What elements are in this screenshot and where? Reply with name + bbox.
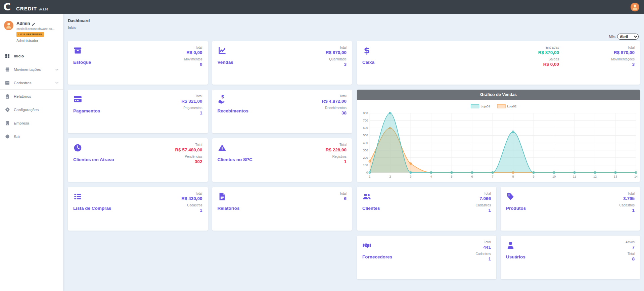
stat-value: 7 — [626, 244, 635, 250]
chevron-down-icon — [55, 67, 59, 72]
card-usuarios[interactable]: Usuários Ativos 7 Total 8 — [501, 236, 640, 279]
stat-label: Total — [619, 191, 635, 196]
stat-label: Movimentos — [184, 57, 202, 61]
sidebar-item-label: Movimentações — [14, 67, 41, 71]
stat-label: Total — [175, 143, 202, 147]
users-icon — [362, 192, 371, 201]
stat-label: Saídas — [538, 57, 559, 61]
svg-text:7: 7 — [492, 175, 493, 178]
app-name: CREDIT — [16, 6, 37, 11]
archive-icon — [5, 80, 10, 86]
card-pagamentos[interactable]: Pagamentos Total R$ 321,00 Pagamentos 1 — [68, 90, 208, 133]
stat-value: 1 — [475, 256, 491, 262]
svg-text:800: 800 — [363, 111, 368, 115]
clipboard-icon — [5, 94, 10, 99]
svg-text:9: 9 — [533, 175, 534, 178]
chart-line-icon — [218, 46, 227, 55]
stat-label: Total — [475, 240, 491, 244]
stat-value: 8 — [626, 256, 635, 262]
card-produtos[interactable]: Produtos Total 3.795 Cadastros 1 — [501, 187, 640, 231]
card-relatorios[interactable]: Relatórios Total 6 — [212, 187, 352, 231]
card-estoque[interactable]: Estoque Total R$ 0,00 Movimentos 0 — [68, 41, 208, 85]
svg-text:1: 1 — [369, 175, 370, 178]
right-card-grid: $ Caixa Entradas R$ 870,00 Saídas R$ 0,0… — [357, 41, 640, 279]
sidebar-item-label: Início — [14, 54, 24, 58]
card-vendas[interactable]: Vendas Total R$ 870,00 Quantidade 3 — [212, 41, 352, 85]
clock-icon — [73, 143, 82, 152]
stat-label: Total — [322, 94, 347, 98]
sidebar-item-label: Configurações — [14, 108, 39, 112]
stat-label: Cadastros — [475, 252, 491, 256]
svg-text:11: 11 — [573, 175, 576, 178]
sidebar-item-label: Sair — [14, 135, 20, 139]
card-title: Relatórios — [218, 206, 240, 211]
sidebar-item-empresa[interactable]: Empresa — [0, 116, 63, 130]
avatar — [4, 21, 13, 30]
card-title: Clientes em Atraso — [73, 157, 114, 162]
edit-profile-icon[interactable] — [32, 21, 35, 25]
stat-label: Total — [626, 252, 635, 256]
card-caixa[interactable]: $ Caixa Entradas R$ 870,00 Saídas R$ 0,0… — [357, 41, 640, 85]
user-name: Admin — [16, 21, 30, 26]
card-title: Lista de Compras — [73, 206, 111, 211]
card-title: Usuários — [506, 254, 525, 259]
svg-text:6: 6 — [471, 175, 473, 178]
stat-value: R$ 870,00 — [538, 50, 559, 56]
stat-label: Pagamentos — [181, 106, 202, 110]
stat-label: Total — [339, 191, 347, 196]
database-icon — [5, 67, 10, 72]
stat-label: Total — [184, 45, 202, 50]
stat-label: Total — [475, 191, 491, 196]
user-email: credit@anronsoftware.co... — [16, 27, 55, 31]
svg-text:10: 10 — [552, 175, 556, 178]
stat-value: 3 — [611, 61, 635, 67]
topbar: C CREDIT v0.1.88 — [0, 0, 644, 14]
svg-text:0: 0 — [366, 171, 368, 174]
stat-label: Quantidade — [326, 57, 347, 61]
card-recebimentos[interactable]: $ Recebimentos Total R$ 4.872,00 Recebim… — [212, 90, 352, 133]
sidebar-item-inicio[interactable]: Início — [0, 49, 63, 63]
sidebar-item-label: Relatórios — [14, 94, 31, 98]
sidebar-item-relatorios[interactable]: Relatórios — [0, 90, 63, 103]
stat-value: 1 — [181, 110, 202, 116]
card-clientes[interactable]: Clientes Total 7.066 Cadastros 1 — [357, 187, 496, 231]
user-avatar-button[interactable] — [631, 3, 639, 11]
stat-value: R$ 0,00 — [184, 50, 202, 56]
stat-value: 38 — [322, 110, 347, 116]
stat-value: 7.066 — [475, 196, 491, 202]
sidebar-item-configuracoes[interactable]: Configurações — [0, 103, 63, 116]
sidebar-item-cadastros[interactable]: Cadastros — [0, 76, 63, 90]
stat-label: Recebimentos — [322, 106, 347, 110]
card-clientes-em-atraso[interactable]: Clientes em Atraso Total R$ 57.480,00 Pe… — [68, 138, 208, 182]
profile-card: Admin credit@anronsoftware.co... LOJA VE… — [0, 14, 63, 47]
svg-text:13: 13 — [614, 175, 617, 178]
month-label: Mês — [609, 35, 615, 39]
month-select[interactable]: Abril — [617, 34, 639, 40]
svg-text:600: 600 — [363, 126, 368, 130]
sales-chart-card: Gráfico de Vendas 0100200300400500600700… — [357, 90, 640, 182]
card-fornecedores[interactable]: Fornecedores Total 441 Cadastros 1 — [357, 236, 496, 279]
stat-value: 3.795 — [619, 196, 635, 202]
svg-text:500: 500 — [363, 134, 368, 137]
stat-value: 441 — [475, 244, 491, 250]
card-title: Estoque — [73, 60, 91, 65]
svg-text:5: 5 — [451, 175, 452, 178]
stat-label: Registros — [326, 154, 347, 159]
sidebar-item-label: Empresa — [14, 121, 29, 125]
stat-label: Ativos — [626, 240, 635, 244]
stat-label: Cadastros — [475, 203, 491, 207]
dollar-icon: $ — [362, 46, 371, 55]
stat-value: 302 — [175, 159, 202, 165]
card-lista-de-compras[interactable]: Lista de Compras Total R$ 430,00 Cadastr… — [68, 187, 208, 231]
sidebar-item-sair[interactable]: Sair — [0, 130, 63, 143]
svg-text:Loja01: Loja01 — [481, 104, 491, 108]
card-clientes-no-spc[interactable]: Clientes no SPC Total R$ 228,00 Registro… — [212, 138, 352, 182]
stat-value: R$ 228,00 — [326, 147, 347, 153]
stat-value: R$ 0,00 — [538, 61, 559, 67]
stat-value: 6 — [339, 196, 347, 202]
tag-icon — [506, 192, 515, 201]
stat-value: R$ 321,00 — [181, 98, 202, 104]
sidebar-item-movimentacoes[interactable]: Movimentações — [0, 63, 63, 76]
credit-card-icon — [73, 95, 82, 104]
card-title: Fornecedores — [362, 254, 392, 259]
